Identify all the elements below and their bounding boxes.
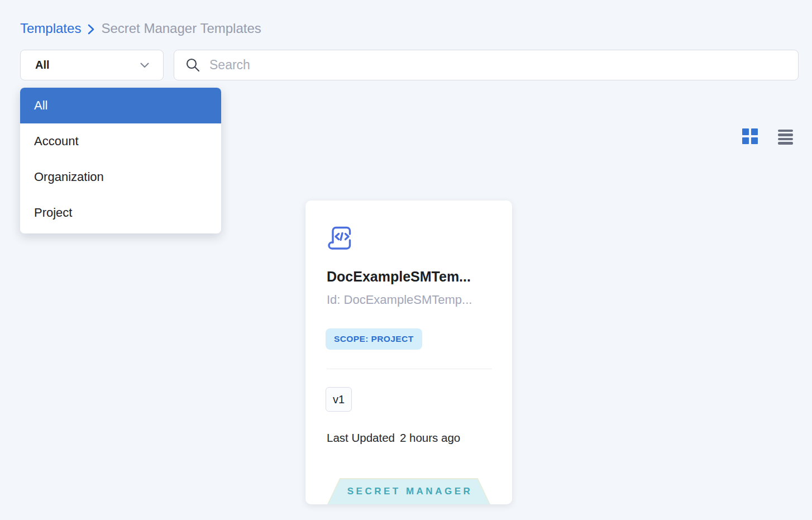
template-id: Id: DocExampleSMTemp... [327, 293, 472, 307]
search-icon [185, 58, 200, 73]
menu-item-account[interactable]: Account [20, 123, 221, 159]
card-divider [327, 369, 492, 369]
scope-filter-dropdown[interactable]: All [20, 50, 164, 80]
templates-page: Templates Secret Manager Templates All A… [0, 0, 812, 520]
template-type-label: SECRET MANAGER [345, 486, 473, 497]
breadcrumb-current-page: Secret Manager Templates [101, 20, 261, 37]
last-updated-row: Last Updated 2 hours ago [327, 431, 460, 445]
grid-view-button[interactable] [741, 127, 759, 145]
grid-view-icon [742, 128, 758, 144]
scope-filter-value: All [35, 59, 50, 71]
template-code-icon [327, 224, 354, 253]
menu-item-organization[interactable]: Organization [20, 159, 221, 195]
list-view-button[interactable] [776, 128, 794, 146]
template-card[interactable]: DocExampleSMTem... Id: DocExampleSMTemp.… [305, 201, 512, 504]
last-updated-label: Last Updated [327, 431, 395, 445]
chevron-right-icon [88, 24, 94, 35]
menu-item-project[interactable]: Project [20, 195, 221, 231]
search-bar [174, 50, 799, 80]
chevron-down-icon [140, 63, 149, 68]
template-title: DocExampleSMTem... [327, 269, 471, 285]
template-type-banner: SECRET MANAGER [327, 478, 490, 504]
menu-item-all[interactable]: All [20, 88, 221, 123]
breadcrumb: Templates Secret Manager Templates [20, 20, 261, 37]
breadcrumb-templates-link[interactable]: Templates [20, 20, 81, 37]
last-updated-value: 2 hours ago [400, 431, 460, 445]
scope-badge: SCOPE: PROJECT [326, 328, 422, 350]
search-input[interactable] [208, 57, 788, 73]
version-chip: v1 [326, 387, 352, 412]
scope-filter-menu: All Account Organization Project [20, 88, 221, 233]
list-view-icon [778, 130, 793, 145]
